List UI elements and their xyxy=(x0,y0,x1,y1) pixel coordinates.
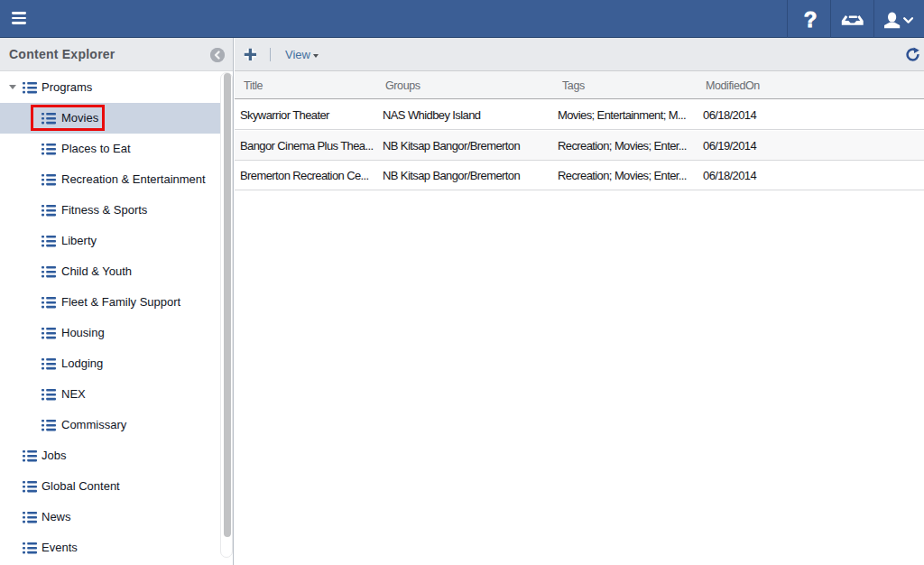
svg-text:?: ? xyxy=(804,7,818,32)
